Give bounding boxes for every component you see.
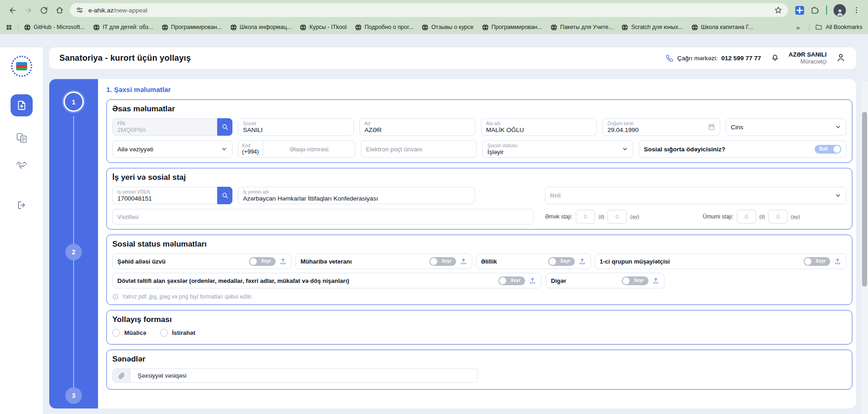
- referral-option-rest[interactable]: İstirahət: [160, 329, 196, 337]
- phone-code-field[interactable]: Kod (+994): [238, 141, 263, 157]
- work-experience-months-input[interactable]: 0: [608, 210, 627, 224]
- paperclip-icon[interactable]: [113, 369, 130, 382]
- sidebar-item-partners[interactable]: [16, 160, 28, 173]
- scrollbar-thumb[interactable]: [862, 112, 867, 287]
- email-input[interactable]: Elektron poçt ünvanı: [361, 140, 477, 158]
- apps-grid-icon[interactable]: [6, 24, 12, 31]
- all-bookmarks-button[interactable]: All Bookmarks: [815, 23, 862, 31]
- bookmark-item[interactable]: Школа капитана Г...: [691, 24, 753, 31]
- step-2-indicator[interactable]: 2: [65, 244, 82, 260]
- social-status-toggle[interactable]: Xeyr: [429, 257, 456, 266]
- bookmarks-separator: [809, 23, 810, 31]
- bookmark-item[interactable]: Программирован...: [482, 24, 542, 31]
- name-field[interactable]: Ad AZƏR: [359, 118, 475, 136]
- home-icon[interactable]: [52, 2, 67, 18]
- identity-document-upload[interactable]: Şəxsiyyət vəsiqəsi: [112, 368, 478, 383]
- upload-icon[interactable]: [529, 277, 536, 284]
- bookmarks-overflow-chevron[interactable]: »: [793, 23, 804, 31]
- social-status-toggle[interactable]: Xeyr: [804, 257, 830, 266]
- social-status-toggle[interactable]: Xeyr: [498, 276, 525, 285]
- step-progress-bar: 1 2 3: [49, 79, 98, 408]
- bookmark-item[interactable]: Scratch для юных...: [621, 24, 683, 31]
- social-status-toggle[interactable]: Xeyr: [622, 276, 648, 285]
- content-card: 1 2 3 1. Şəxsi məlumatlar Əsas məlumatla…: [49, 79, 856, 408]
- work-experience-years-input[interactable]: 0: [576, 210, 595, 224]
- back-icon[interactable]: [5, 2, 20, 18]
- surname-field[interactable]: Soyad SANILI: [238, 118, 354, 136]
- referral-option-treatment[interactable]: Müalicə: [112, 329, 146, 337]
- basic-row-1: FİN 2MQ0P9A Soyad SANILI Ad: [112, 118, 846, 136]
- bookmark-item[interactable]: Курсы - ITkool: [300, 24, 347, 31]
- section-basic-title: Əsas məlumatlar: [112, 104, 846, 114]
- favicon-globe-icon: [691, 24, 698, 31]
- bookmark-item[interactable]: GitHub - Microsoft...: [24, 24, 85, 31]
- forward-icon[interactable]: [20, 2, 36, 18]
- reload-icon[interactable]: [36, 2, 52, 18]
- main-area: Sanatoriya - kurort üçün yollayış Çağrı …: [49, 47, 856, 408]
- bookmark-item[interactable]: Пакеты для Учите...: [550, 24, 613, 31]
- fin-search-button[interactable]: [217, 118, 232, 136]
- pinned-extension-icon[interactable]: [795, 6, 804, 15]
- phone-icon: [665, 54, 673, 62]
- notifications-bell-icon[interactable]: [770, 53, 780, 64]
- step-1-indicator[interactable]: 1: [64, 92, 84, 112]
- marital-status-select[interactable]: Ailə vəziyyəti: [112, 140, 232, 158]
- phone-number-input[interactable]: Əlaqə nömrəsi: [263, 141, 355, 157]
- user-profile-icon[interactable]: [836, 52, 846, 64]
- site-info-icon[interactable]: [75, 6, 84, 14]
- radio-icon[interactable]: [160, 329, 168, 337]
- bookmark-item[interactable]: Школа информац...: [230, 24, 292, 31]
- voen-search-button[interactable]: [217, 187, 232, 204]
- social-row-1: Şəhid ailəsi üzvü Xeyr Müharibə veteranı…: [112, 253, 846, 269]
- info-icon: [112, 293, 119, 300]
- page-scrollbar[interactable]: [861, 81, 868, 414]
- position-input[interactable]: Vəzifəsi: [112, 209, 534, 224]
- social-insurance-toggle[interactable]: Bəli: [815, 145, 841, 154]
- social-status-card: Müharibə veteranı Xeyr: [295, 253, 472, 269]
- page: Sanatoriya - kurort üçün yollayış Çağrı …: [0, 47, 868, 414]
- fin-field[interactable]: FİN 2MQ0P9A: [112, 118, 217, 136]
- gender-select[interactable]: Cins: [726, 118, 846, 136]
- bookmark-item[interactable]: Подробно о прог...: [355, 24, 413, 31]
- upload-icon[interactable]: [834, 258, 841, 265]
- social-status-card: Əlillik Xeyr: [476, 253, 591, 269]
- extensions-puzzle-icon[interactable]: [810, 6, 820, 15]
- total-experience-years-input[interactable]: 0: [737, 210, 756, 224]
- bookmark-item[interactable]: IT для детей: обз...: [93, 24, 153, 31]
- section-referral-form: Yollayış forması Müalicə İstirahət: [106, 310, 852, 345]
- calendar-icon[interactable]: [708, 123, 715, 131]
- radio-icon[interactable]: [112, 329, 120, 337]
- step-3-indicator[interactable]: 3: [65, 387, 82, 404]
- sidebar-item-new-appeal[interactable]: [11, 94, 33, 116]
- bookmark-star-icon[interactable]: [774, 6, 782, 14]
- social-status-toggle[interactable]: Xeyr: [548, 257, 575, 266]
- upload-icon[interactable]: [460, 258, 467, 265]
- address-bar[interactable]: e-ahik.az/new-appeal: [70, 3, 788, 17]
- favicon-globe-icon: [230, 24, 237, 31]
- workplace-name-field[interactable]: İş yerinin adı Azərbaycan Həmkarlar İtti…: [238, 187, 475, 204]
- logout-icon: [17, 200, 27, 210]
- person-status-select[interactable]: Şəxsin statusu İşləyir: [482, 140, 633, 158]
- browser-menu-icon[interactable]: [852, 6, 861, 14]
- father-name-field[interactable]: Ata adı MALİK OĞLU: [481, 118, 597, 136]
- search-icon: [221, 123, 229, 131]
- logout-button[interactable]: [17, 200, 27, 212]
- bookmarks-bar: GitHub - Microsoft... IT для детей: обз.…: [0, 20, 868, 34]
- upload-icon[interactable]: [652, 277, 660, 284]
- upload-icon[interactable]: [579, 258, 586, 265]
- rhi-select[interactable]: RHİ: [545, 187, 846, 204]
- sidebar-item-appeals[interactable]: [16, 132, 28, 146]
- profile-avatar[interactable]: [833, 4, 846, 17]
- birth-date-field[interactable]: Doğum tarixi 29.04.1990: [602, 118, 720, 136]
- total-experience-months-input[interactable]: 0: [768, 210, 787, 224]
- screen: e-ahik.az/new-appeal GitHub - Microsoft.…: [0, 0, 868, 414]
- bookmark-item[interactable]: Отзывы о курсе: [422, 24, 474, 31]
- social-status-toggle[interactable]: Xeyr: [249, 257, 276, 266]
- call-center-number: 012 599 77 77: [721, 55, 761, 62]
- voen-field[interactable]: İş yerinin VÖEN 1700048151: [112, 187, 217, 204]
- upload-icon[interactable]: [279, 258, 287, 265]
- total-experience-label: Ümumi stajı:: [703, 213, 734, 220]
- basic-row-2: Ailə vəziyyəti Kod (+994) Əlaqə nömrəsi: [112, 140, 846, 158]
- file-format-note: Yalnız pdf, jpg, jpeg və png fayl format…: [112, 293, 846, 300]
- bookmark-item[interactable]: Программирован...: [162, 24, 222, 31]
